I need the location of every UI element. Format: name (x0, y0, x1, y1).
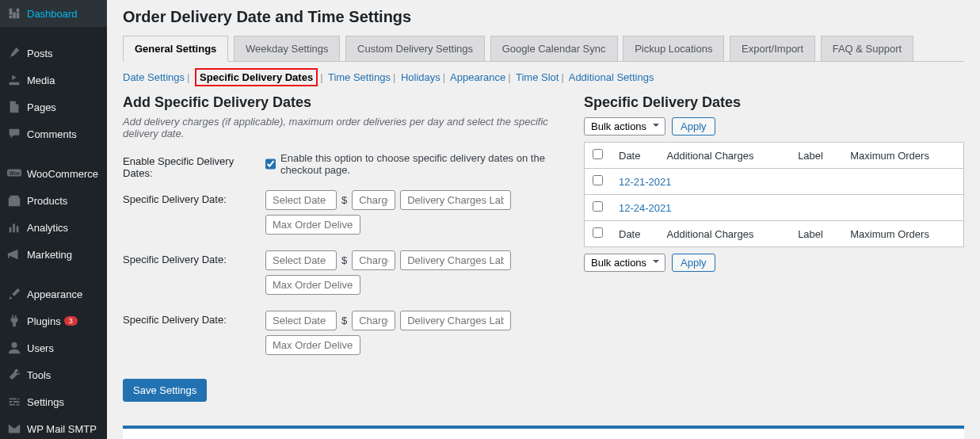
th-charges[interactable]: Additional Charges (659, 143, 791, 169)
media-icon (6, 72, 22, 88)
date-input-1[interactable] (265, 190, 337, 210)
table-row: 12-21-2021 (585, 169, 964, 195)
row-label-3: Specific Delivery Date: (123, 311, 265, 360)
charges-input-2[interactable] (352, 250, 395, 270)
tab-weekday-settings[interactable]: Weekday Settings (234, 36, 341, 61)
select-all-bottom[interactable] (593, 227, 603, 238)
sliders-icon (6, 394, 22, 410)
row-label-1: Specific Delivery Date: (123, 190, 265, 239)
charges-input-3[interactable] (352, 311, 395, 330)
apply-button-bottom[interactable]: Apply (672, 254, 715, 272)
add-dates-section: Add Specific Delivery Dates Add delivery… (123, 94, 552, 402)
subtab-date-settings[interactable]: Date Settings (123, 71, 185, 83)
subtab-appearance[interactable]: Appearance (450, 71, 505, 83)
admin-sidebar: Dashboard Posts Media Pages Comments Woo… (0, 0, 107, 439)
sidebar-item-posts[interactable]: Posts (0, 40, 107, 67)
th-max[interactable]: Maximum Orders (842, 143, 963, 169)
sidebar-label: Comments (27, 128, 77, 140)
sidebar-label: Pages (27, 101, 56, 113)
sidebar-label: WooCommerce (27, 168, 98, 180)
sidebar-label: Plugins (27, 315, 61, 327)
tab-faq-support[interactable]: FAQ & Support (821, 36, 913, 61)
sidebar-label: Dashboard (27, 8, 78, 20)
max-input-2[interactable] (265, 275, 360, 295)
subtab-time-settings[interactable]: Time Settings (328, 71, 391, 83)
enable-label: Enable Specific Delivery Dates: (123, 152, 265, 179)
subtab-bar: Date Settings| Specific Delivery Dates| … (123, 68, 964, 86)
users-icon (6, 340, 22, 356)
sidebar-item-woocommerce[interactable]: WooWooCommerce (0, 160, 107, 187)
save-settings-button[interactable]: Save Settings (123, 379, 207, 402)
table-row: 12-24-2021 (585, 195, 964, 221)
tab-general-settings[interactable]: General Settings (123, 36, 228, 62)
marketing-icon (6, 246, 22, 262)
select-all-top[interactable] (593, 149, 603, 159)
bulk-actions-select-top[interactable]: Bulk actions (584, 117, 665, 136)
apply-button-top[interactable]: Apply (672, 117, 715, 136)
subtab-specific-delivery-dates[interactable]: Specific Delivery Dates (195, 68, 318, 86)
tf-label[interactable]: Label (790, 221, 842, 247)
sidebar-item-analytics[interactable]: Analytics (0, 214, 107, 241)
dates-table: Date Additional Charges Label Maximum Or… (584, 142, 964, 247)
comment-icon (6, 126, 22, 142)
plugin-icon (6, 313, 22, 329)
sidebar-item-settings[interactable]: Settings (0, 388, 107, 415)
max-input-1[interactable] (265, 215, 360, 235)
date-input-2[interactable] (265, 250, 337, 270)
tf-charges[interactable]: Additional Charges (659, 221, 791, 247)
woocommerce-icon: Woo (6, 166, 22, 181)
row-checkbox[interactable] (593, 175, 603, 185)
sidebar-item-plugins[interactable]: Plugins3 (0, 307, 107, 334)
bulk-actions-select-bottom[interactable]: Bulk actions (584, 254, 665, 272)
sidebar-item-users[interactable]: Users (0, 334, 107, 361)
th-label[interactable]: Label (790, 143, 842, 169)
max-input-3[interactable] (265, 335, 360, 355)
tf-date[interactable]: Date (611, 221, 659, 247)
pin-icon (6, 45, 22, 61)
label-input-3[interactable] (400, 311, 511, 330)
sidebar-item-appearance[interactable]: Appearance (0, 281, 107, 307)
sidebar-item-wp-mail-smtp[interactable]: WP Mail SMTP (0, 415, 107, 439)
sidebar-label: Users (27, 342, 54, 354)
date-input-3[interactable] (265, 311, 337, 330)
enable-checkbox-text: Enable this option to choose specific de… (280, 152, 552, 176)
product-icon (6, 193, 22, 208)
sidebar-item-marketing[interactable]: Marketing (0, 241, 107, 268)
dates-list-heading: Specific Delivery Dates (584, 94, 964, 111)
charges-input-1[interactable] (352, 190, 395, 210)
label-input-1[interactable] (400, 190, 511, 210)
footer-notice: Get our Subscriptions Addon & setup recu… (123, 426, 964, 439)
svg-text:Woo: Woo (10, 170, 21, 176)
sidebar-item-products[interactable]: Products (0, 187, 107, 214)
tools-icon (6, 367, 22, 383)
sidebar-item-comments[interactable]: Comments (0, 120, 107, 147)
sidebar-item-pages[interactable]: Pages (0, 94, 107, 120)
sidebar-label: Media (27, 74, 55, 86)
row-date[interactable]: 12-24-2021 (611, 195, 964, 221)
tf-max[interactable]: Maximum Orders (842, 221, 963, 247)
subtab-additional-settings[interactable]: Additional Settings (569, 71, 654, 83)
tab-custom-delivery[interactable]: Custom Delivery Settings (345, 36, 485, 61)
sidebar-label: Products (27, 195, 67, 207)
add-dates-description: Add delivery charges (if applicable), ma… (123, 116, 552, 139)
sidebar-item-tools[interactable]: Tools (0, 361, 107, 388)
tab-google-calendar[interactable]: Google Calendar Sync (490, 36, 618, 61)
subtab-time-slot[interactable]: Time Slot (516, 71, 559, 83)
sidebar-label: Appearance (27, 288, 82, 300)
row-date[interactable]: 12-21-2021 (611, 169, 964, 195)
currency-3: $ (341, 315, 347, 326)
svg-point-2 (11, 342, 17, 348)
th-date[interactable]: Date (611, 143, 659, 169)
row-checkbox[interactable] (593, 201, 603, 212)
sidebar-item-dashboard[interactable]: Dashboard (0, 0, 107, 27)
subtab-holidays[interactable]: Holidays (401, 71, 440, 83)
sidebar-label: Settings (27, 396, 64, 408)
tab-export-import[interactable]: Export/Import (730, 36, 815, 61)
enable-checkbox[interactable] (265, 158, 276, 170)
sidebar-item-media[interactable]: Media (0, 67, 107, 94)
tab-pickup-locations[interactable]: Pickup Locations (623, 36, 724, 61)
label-input-2[interactable] (400, 250, 511, 270)
page-title: Order Delivery Date and Time Settings (123, 8, 964, 26)
add-dates-heading: Add Specific Delivery Dates (123, 94, 552, 111)
enable-checkbox-label[interactable]: Enable this option to choose specific de… (265, 152, 552, 176)
